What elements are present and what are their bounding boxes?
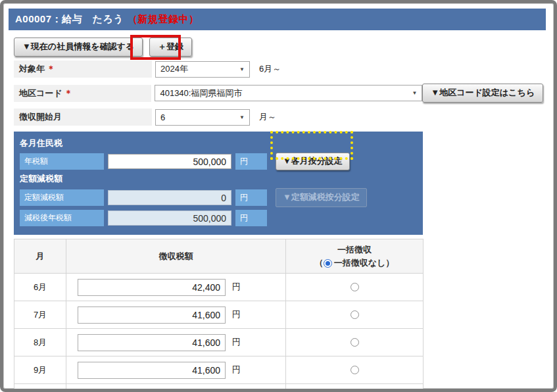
chevron-down-icon: ▼ xyxy=(239,66,245,72)
confirm-employee-info-button[interactable]: ▼現在の社員情報を確認する xyxy=(14,37,143,57)
fixed-reduction-label: 定額減税額 xyxy=(20,189,104,206)
after-reduction-unit: 円 xyxy=(235,210,267,226)
tax-amount-input[interactable] xyxy=(78,334,226,351)
fixed-reduction-unit: 円 xyxy=(235,189,267,206)
after-reduction-row: 減税後年税額 円 xyxy=(20,210,423,226)
annual-tax-input[interactable] xyxy=(108,154,231,169)
yen-suffix: 円 xyxy=(232,282,241,291)
page-title: A00007：給与 たろう （新規登録中） xyxy=(9,9,546,30)
district-code-label: 地区コード＊ xyxy=(14,85,151,102)
table-row: 7月 円 xyxy=(14,301,424,329)
target-year-label: 対象年＊ xyxy=(14,61,152,78)
amount-cell: 円 xyxy=(66,384,286,392)
month-cell: 9月 xyxy=(14,356,66,384)
toolbar: ▼現在の社員情報を確認する ＋登録 xyxy=(14,37,543,57)
employee-title-text: A00007：給与 たろう xyxy=(15,13,124,26)
resident-tax-panel: 各月住民税 年税額 円 ▼各月按分設定 定額減税額 定額減税額 円 ▼定額減税按… xyxy=(14,132,423,235)
fixed-reduction-input xyxy=(108,190,231,205)
lump-sum-column-header: 一括徴収 （一括徴収なし） xyxy=(286,239,424,274)
lump-sum-radio[interactable] xyxy=(351,338,359,347)
amount-cell: 円 xyxy=(66,356,286,384)
lump-sum-cell xyxy=(286,384,424,392)
lump-sum-cell xyxy=(286,301,424,329)
chevron-down-icon: ▼ xyxy=(412,90,417,96)
month-column-header: 月 xyxy=(14,239,66,274)
lump-sum-radio[interactable] xyxy=(351,366,359,374)
table-row: 10月 円 xyxy=(14,384,424,392)
table-row: 8月 円 xyxy=(14,329,424,356)
required-asterisk: ＊ xyxy=(64,88,73,98)
registration-status-badge: （新規登録中） xyxy=(128,13,199,26)
month-cell: 8月 xyxy=(14,329,66,356)
register-button[interactable]: ＋登録 xyxy=(149,37,192,57)
monthly-apportion-settings-button[interactable]: ▼各月按分設定 xyxy=(276,153,350,170)
after-reduction-input xyxy=(108,210,231,226)
collection-start-month-select[interactable]: 6 ▼ xyxy=(155,109,250,126)
target-year-select[interactable]: 2024年 ▼ xyxy=(155,61,250,78)
lump-sum-header-line1: 一括徴収 xyxy=(286,244,423,256)
annual-tax-label: 年税額 xyxy=(20,153,104,170)
amount-cell: 円 xyxy=(66,301,286,329)
table-row: 9月 円 xyxy=(14,356,424,384)
month-cell: 10月 xyxy=(14,384,66,392)
after-reduction-label: 減税後年税額 xyxy=(20,210,104,226)
target-year-value: 2024年 xyxy=(160,63,188,75)
annual-tax-unit: 円 xyxy=(235,153,267,170)
table-header-row: 月 徴収税額 一括徴収 （一括徴収なし） xyxy=(14,239,424,274)
target-year-row: 対象年＊ 2024年 ▼ 6月～ xyxy=(14,61,543,78)
annual-tax-row: 年税額 円 ▼各月按分設定 xyxy=(20,153,423,170)
fixed-reduction-apportion-settings-button: ▼定額減税按分設定 xyxy=(276,188,367,207)
lump-sum-none-radio[interactable] xyxy=(324,259,332,268)
lump-sum-radio[interactable] xyxy=(351,283,359,291)
district-code-select[interactable]: 401340:福岡県福岡市 ▼ xyxy=(155,85,422,101)
target-year-suffix: 6月～ xyxy=(259,63,281,75)
yen-suffix: 円 xyxy=(232,309,241,319)
district-code-row: 地区コード＊ 401340:福岡県福岡市 ▼ ▼地区コード設定はこちら xyxy=(14,84,543,103)
lump-sum-header-line2: （一括徴収なし） xyxy=(286,257,423,269)
tax-amount-input[interactable] xyxy=(78,362,226,379)
tax-amount-input[interactable] xyxy=(78,279,226,296)
collection-start-month-value: 6 xyxy=(160,112,165,122)
month-cell: 7月 xyxy=(14,301,66,329)
monthly-resident-tax-heading: 各月住民税 xyxy=(20,137,423,149)
chevron-down-icon: ▼ xyxy=(239,114,245,120)
lump-sum-radio[interactable] xyxy=(351,310,359,319)
monthly-tax-table: 月 徴収税額 一括徴収 （一括徴収なし） 6月 円 7月 円 xyxy=(14,239,424,392)
amount-cell: 円 xyxy=(66,274,286,301)
fixed-reduction-heading: 定額減税額 xyxy=(20,173,423,185)
month-cell: 6月 xyxy=(14,274,66,301)
yen-suffix: 円 xyxy=(232,337,241,347)
collection-start-month-label: 徴収開始月 xyxy=(14,109,152,126)
required-asterisk: ＊ xyxy=(47,64,55,74)
amount-cell: 円 xyxy=(66,329,286,356)
header-form: 対象年＊ 2024年 ▼ 6月～ 地区コード＊ 401340:福岡県福岡市 ▼ … xyxy=(14,61,543,126)
district-code-value: 401340:福岡県福岡市 xyxy=(160,87,242,99)
app-window: A00007：給与 たろう （新規登録中） ▼現在の社員情報を確認する ＋登録 … xyxy=(0,0,557,392)
tax-amount-input[interactable] xyxy=(78,389,226,392)
fixed-reduction-row: 定額減税額 円 ▼定額減税按分設定 xyxy=(20,188,423,207)
yen-suffix: 円 xyxy=(232,364,241,374)
lump-sum-none-label: 一括徴収なし xyxy=(334,258,386,268)
lump-sum-cell xyxy=(286,274,424,301)
lump-sum-cell xyxy=(286,356,424,384)
collection-start-month-row: 徴収開始月 6 ▼ 月～ xyxy=(14,109,543,126)
tax-amount-input[interactable] xyxy=(78,306,226,324)
district-code-settings-button[interactable]: ▼地区コード設定はこちら xyxy=(422,84,543,103)
amount-column-header: 徴収税額 xyxy=(66,239,286,274)
collection-start-month-suffix: 月～ xyxy=(259,111,276,123)
table-row: 6月 円 xyxy=(14,274,424,301)
lump-sum-cell xyxy=(286,329,424,356)
